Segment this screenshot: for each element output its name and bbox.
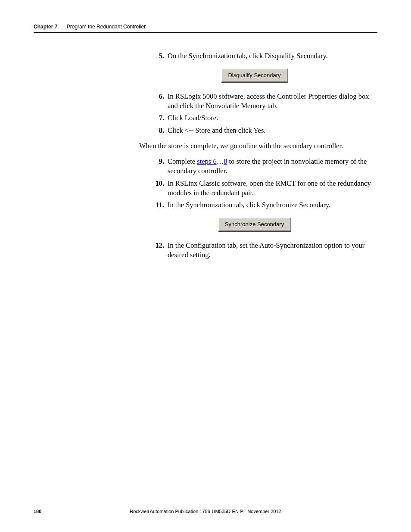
step-text: Click Load/Store. [168, 113, 377, 123]
step-12: 12. In the Configuration tab, set the Au… [148, 241, 377, 260]
step-text: In the Synchronization tab, click Synchr… [168, 200, 377, 210]
step-11: 11. In the Synchronization tab, click Sy… [148, 200, 377, 210]
step-number: 8. [148, 126, 168, 135]
step-text: In the Configuration tab, set the Auto-S… [168, 241, 377, 260]
step-number: 7. [148, 113, 168, 123]
step-number: 11. [148, 200, 168, 210]
step-9: 9. Complete steps 6…8 to store the proje… [148, 157, 377, 176]
chapter-title: Program the Redundant Controller [67, 24, 146, 30]
page-container: Chapter 7 Program the Redundant Controll… [0, 0, 411, 532]
page-footer: 180 Rockwell Automation Publication 1756… [34, 509, 377, 514]
page-number: 180 [34, 509, 41, 514]
disqualify-secondary-button[interactable]: Disqualify Secondary [221, 68, 287, 82]
step-number: 9. [148, 157, 168, 176]
step-7: 7. Click Load/Store. [148, 113, 377, 123]
step-10: 10. In RSLinx Classic software, open the… [148, 179, 377, 198]
step-9-mid: … [217, 157, 224, 165]
step-number: 12. [148, 241, 168, 260]
chapter-label: Chapter 7 [34, 24, 57, 30]
step-text: In RSLogix 5000 software, access the Con… [168, 92, 377, 111]
step-text: In RSLinx Classic software, open the RMC… [168, 179, 377, 198]
button-screenshot-2: Synchronize Secondary [131, 218, 377, 231]
running-header: Chapter 7 Program the Redundant Controll… [34, 24, 377, 32]
synchronize-secondary-button[interactable]: Synchronize Secondary [218, 218, 291, 231]
step-6: 6. In RSLogix 5000 software, access the … [148, 92, 377, 111]
step-number: 10. [148, 179, 168, 198]
header-rule [34, 32, 377, 33]
step-9-pre: Complete [168, 157, 197, 165]
step-text: Click <-- Store and then click Yes. [168, 126, 377, 135]
button-screenshot-1: Disqualify Secondary [131, 68, 377, 82]
step-text: On the Synchronization tab, click Disqua… [168, 51, 377, 61]
step-8: 8. Click <-- Store and then click Yes. [148, 126, 377, 135]
paragraph-after-step-8: When the store is complete, we go online… [139, 141, 377, 151]
link-steps-6[interactable]: steps 6 [197, 157, 216, 165]
publication-line: Rockwell Automation Publication 1756-UM5… [34, 509, 377, 514]
step-5: 5. On the Synchronization tab, click Dis… [148, 51, 377, 61]
body-content: 5. On the Synchronization tab, click Dis… [148, 51, 377, 260]
step-number: 5. [148, 51, 168, 61]
step-number: 6. [148, 92, 168, 111]
step-text: Complete steps 6…8 to store the project … [168, 157, 377, 176]
